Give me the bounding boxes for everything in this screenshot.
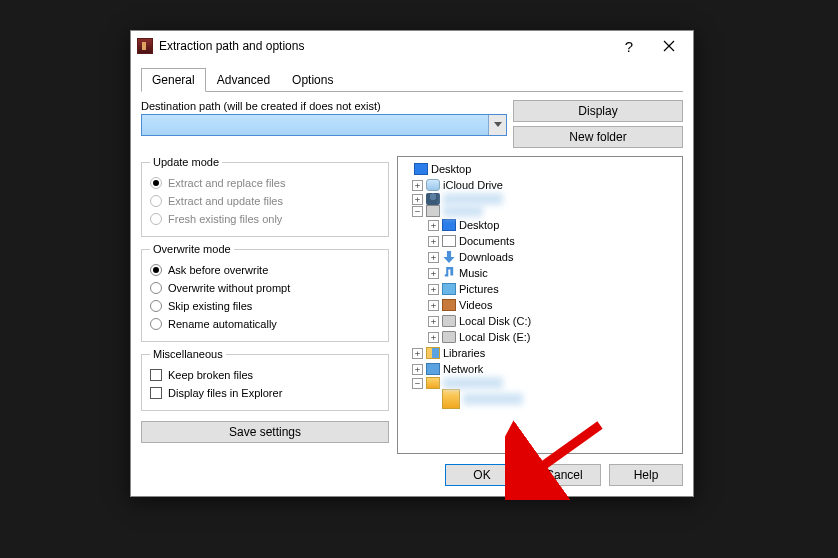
desktop-icon	[414, 163, 428, 175]
tree-node-pc-desktop[interactable]: Desktop	[459, 217, 499, 233]
dialog-body: General Advanced Options Destination pat…	[131, 61, 693, 496]
tree-node-disk-c[interactable]: Local Disk (C:)	[459, 313, 531, 329]
expand-icon[interactable]: +	[412, 194, 423, 205]
expand-icon[interactable]: +	[412, 348, 423, 359]
tree-node-downloads[interactable]: Downloads	[459, 249, 513, 265]
user-icon	[426, 193, 440, 205]
document-icon	[442, 235, 456, 247]
dialog-footer: OK Cancel Help	[141, 464, 683, 486]
tree-node-user-redacted[interactable]: xxxxxx	[443, 193, 503, 205]
radio-extract-update[interactable]: Extract and update files	[150, 192, 380, 210]
dialog-window: Extraction path and options ? General Ad…	[130, 30, 694, 497]
help-button[interactable]: Help	[609, 464, 683, 486]
collapse-icon[interactable]: −	[412, 206, 423, 217]
misc-group: Miscellaneous Keep broken files Display …	[141, 348, 389, 411]
radio-rename-auto[interactable]: Rename automatically	[150, 315, 380, 333]
main-area: Update mode Extract and replace files Ex…	[141, 156, 683, 454]
expand-icon[interactable]: +	[412, 180, 423, 191]
update-mode-group: Update mode Extract and replace files Ex…	[141, 156, 389, 237]
disk-icon	[442, 315, 456, 327]
destination-row: Destination path (will be created if doe…	[141, 100, 683, 148]
save-settings-button[interactable]: Save settings	[141, 421, 389, 443]
tab-general[interactable]: General	[141, 68, 206, 92]
tree-node-icloud[interactable]: iCloud Drive	[443, 177, 503, 193]
picture-icon	[442, 283, 456, 295]
radio-extract-replace[interactable]: Extract and replace files	[150, 174, 380, 192]
tree-node-pictures[interactable]: Pictures	[459, 281, 499, 297]
download-icon	[442, 251, 456, 263]
radio-skip-existing[interactable]: Skip existing files	[150, 297, 380, 315]
tree-node-videos[interactable]: Videos	[459, 297, 492, 313]
expand-icon[interactable]: +	[428, 236, 439, 247]
expand-icon[interactable]: +	[428, 220, 439, 231]
music-icon	[442, 267, 456, 279]
display-button[interactable]: Display	[513, 100, 683, 122]
expand-icon[interactable]: +	[412, 364, 423, 375]
tree-node-redacted-subfolder[interactable]: xxxxxx	[463, 393, 523, 405]
video-icon	[442, 299, 456, 311]
update-mode-legend: Update mode	[150, 156, 222, 168]
cloud-icon	[426, 179, 440, 191]
new-folder-button[interactable]: New folder	[513, 126, 683, 148]
expand-icon[interactable]: +	[428, 252, 439, 263]
destination-input[interactable]	[142, 115, 488, 135]
tree-node-documents[interactable]: Documents	[459, 233, 515, 249]
expand-icon[interactable]: +	[428, 284, 439, 295]
misc-legend: Miscellaneous	[150, 348, 226, 360]
options-column: Update mode Extract and replace files Ex…	[141, 156, 389, 454]
destination-combobox[interactable]	[141, 114, 507, 136]
pc-icon	[426, 205, 440, 217]
chevron-down-icon[interactable]	[488, 115, 506, 135]
tab-advanced[interactable]: Advanced	[206, 68, 281, 92]
tab-options[interactable]: Options	[281, 68, 344, 92]
tree-node-libraries[interactable]: Libraries	[443, 345, 485, 361]
libraries-icon	[426, 347, 440, 359]
tree-node-redacted-folder[interactable]: xxxxxx	[443, 377, 503, 389]
expand-icon[interactable]: +	[428, 316, 439, 327]
radio-fresh-only[interactable]: Fresh existing files only	[150, 210, 380, 228]
cancel-button[interactable]: Cancel	[527, 464, 601, 486]
tree-node-music[interactable]: Music	[459, 265, 488, 281]
expand-icon[interactable]: +	[428, 268, 439, 279]
folder-open-icon	[442, 389, 460, 409]
desktop-icon	[442, 219, 456, 231]
folder-tree[interactable]: Desktop +iCloud Drive +xxxxxx −xxx +Desk…	[397, 156, 683, 454]
radio-ask-overwrite[interactable]: Ask before overwrite	[150, 261, 380, 279]
titlebar: Extraction path and options ?	[131, 31, 693, 61]
tab-strip: General Advanced Options	[141, 67, 683, 92]
collapse-icon[interactable]: −	[412, 378, 423, 389]
network-icon	[426, 363, 440, 375]
close-button[interactable]	[649, 32, 689, 60]
radio-overwrite-noprompt[interactable]: Overwrite without prompt	[150, 279, 380, 297]
overwrite-mode-group: Overwrite mode Ask before overwrite Over…	[141, 243, 389, 342]
overwrite-mode-legend: Overwrite mode	[150, 243, 234, 255]
destination-label: Destination path (will be created if doe…	[141, 100, 507, 112]
tree-node-network[interactable]: Network	[443, 361, 483, 377]
window-title: Extraction path and options	[159, 39, 609, 53]
tree-node-desktop[interactable]: Desktop	[431, 161, 471, 177]
ok-button[interactable]: OK	[445, 464, 519, 486]
expand-icon[interactable]: +	[428, 300, 439, 311]
winrar-icon	[137, 38, 153, 54]
expand-icon[interactable]: +	[428, 332, 439, 343]
tree-node-thispc-redacted[interactable]: xxx	[443, 205, 483, 217]
check-keep-broken[interactable]: Keep broken files	[150, 366, 380, 384]
tree-node-disk-e[interactable]: Local Disk (E:)	[459, 329, 531, 345]
check-display-explorer[interactable]: Display files in Explorer	[150, 384, 380, 402]
disk-icon	[442, 331, 456, 343]
help-titlebar-button[interactable]: ?	[609, 32, 649, 60]
folder-icon	[426, 377, 440, 389]
